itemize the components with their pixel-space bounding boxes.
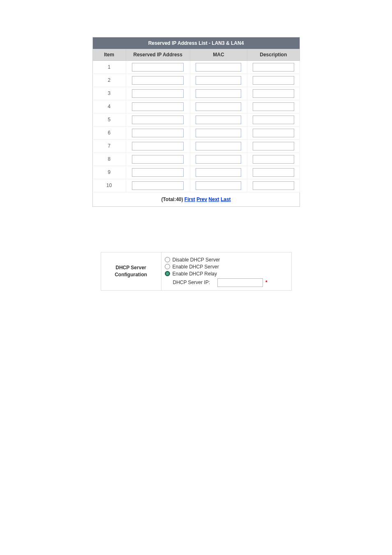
dhcp-disable-radio[interactable] (165, 257, 170, 262)
row-item: 7 (92, 139, 126, 153)
desc-input[interactable] (253, 89, 294, 98)
row-item: 3 (92, 87, 126, 100)
mac-input[interactable] (196, 89, 241, 98)
row-item: 1 (92, 60, 126, 74)
dhcp-config-table: DHCP Server Configuration Disable DHCP S… (101, 252, 292, 291)
header-mac: MAC (190, 49, 247, 61)
table-header-row: Item Reserved IP Address MAC Description (92, 49, 300, 61)
mac-input[interactable] (196, 63, 241, 72)
header-ip: Reserved IP Address (126, 49, 190, 61)
reserved-ip-table: Reserved IP Address List - LAN3 & LAN4 I… (92, 37, 300, 207)
ip-input[interactable] (132, 129, 184, 137)
row-item: 8 (92, 153, 126, 166)
table-row: 6 (92, 126, 300, 139)
ip-input[interactable] (132, 76, 184, 85)
table-row: 7 (92, 139, 300, 153)
pager-first-link[interactable]: First (184, 197, 195, 202)
ip-input[interactable] (132, 102, 184, 111)
table-title: Reserved IP Address List - LAN3 & LAN4 (92, 37, 300, 49)
desc-input[interactable] (253, 181, 294, 190)
desc-input[interactable] (253, 129, 294, 137)
header-item: Item (92, 49, 126, 61)
mac-input[interactable] (196, 155, 241, 164)
dhcp-enable-radio[interactable] (165, 264, 170, 269)
desc-input[interactable] (253, 142, 294, 150)
desc-input[interactable] (253, 63, 294, 72)
table-row: 10 (92, 179, 300, 192)
table-row: 8 (92, 153, 300, 166)
row-item: 2 (92, 74, 126, 87)
dhcp-disable-label: Disable DHCP Server (173, 257, 220, 263)
ip-input[interactable] (132, 181, 184, 190)
row-item: 6 (92, 126, 126, 139)
mac-input[interactable] (196, 116, 241, 124)
ip-input[interactable] (132, 142, 184, 150)
desc-input[interactable] (253, 155, 294, 164)
dhcp-server-ip-label: DHCP Server IP: (173, 280, 210, 285)
pager-prev-link[interactable]: Prev (196, 197, 207, 202)
table-row: 9 (92, 166, 300, 179)
pager-last-link[interactable]: Last (221, 197, 231, 202)
ip-input[interactable] (132, 116, 184, 124)
dhcp-relay-radio[interactable] (165, 271, 170, 276)
dhcp-enable-label: Enable DHCP Server (173, 264, 219, 270)
table-row: 4 (92, 100, 300, 113)
dhcp-options-cell: Disable DHCP Server Enable DHCP Server E… (161, 252, 291, 290)
table-row: 2 (92, 74, 300, 87)
header-desc: Description (247, 49, 300, 61)
row-item: 9 (92, 166, 126, 179)
desc-input[interactable] (253, 116, 294, 124)
row-item: 4 (92, 100, 126, 113)
desc-input[interactable] (253, 102, 294, 111)
ip-input[interactable] (132, 168, 184, 177)
ip-input[interactable] (132, 63, 184, 72)
required-mark: * (265, 280, 267, 285)
mac-input[interactable] (196, 129, 241, 137)
mac-input[interactable] (196, 181, 241, 190)
table-row: 5 (92, 113, 300, 126)
row-item: 5 (92, 113, 126, 126)
dhcp-config-label: DHCP Server Configuration (101, 252, 161, 290)
table-row: 1 (92, 60, 300, 74)
mac-input[interactable] (196, 76, 241, 85)
ip-input[interactable] (132, 155, 184, 164)
row-item: 10 (92, 179, 126, 192)
dhcp-server-ip-input[interactable] (217, 278, 263, 287)
pager-row: (Total:40) First Prev Next Last (92, 192, 300, 206)
pager-next-link[interactable]: Next (209, 197, 219, 202)
mac-input[interactable] (196, 142, 241, 150)
ip-input[interactable] (132, 89, 184, 98)
dhcp-relay-label: Enable DHCP Relay (173, 271, 217, 277)
mac-input[interactable] (196, 102, 241, 111)
pager-total: (Total:40) (161, 197, 183, 202)
desc-input[interactable] (253, 76, 294, 85)
desc-input[interactable] (253, 168, 294, 177)
table-row: 3 (92, 87, 300, 100)
mac-input[interactable] (196, 168, 241, 177)
